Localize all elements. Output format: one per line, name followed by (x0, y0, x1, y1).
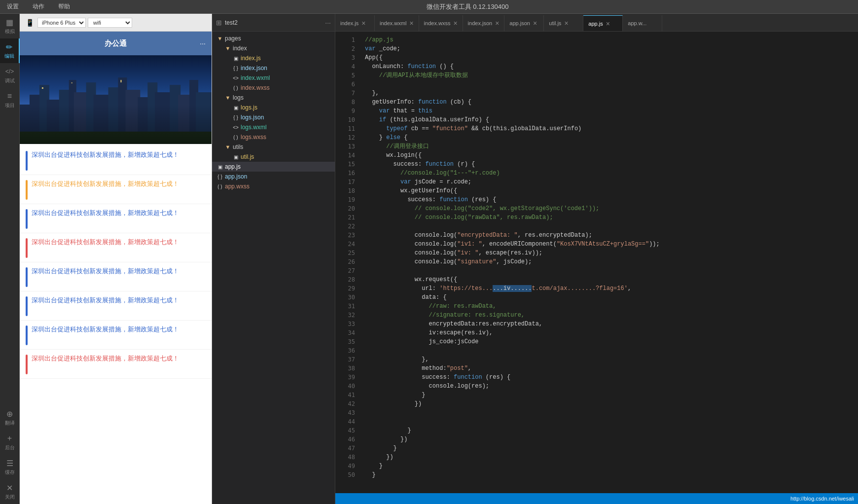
file-label: logs.json (241, 114, 264, 121)
news-item[interactable]: 深圳出台促进科技创新发展措施，新增政策超七成！ (20, 321, 212, 350)
tab-close-icon[interactable]: × (361, 19, 365, 27)
code-token: that = (390, 108, 418, 114)
news-item[interactable]: 深圳出台促进科技创新发展措施，新增政策超七成！ (20, 204, 212, 233)
sidebar-icon-translate[interactable]: ⊕ 翻译 (0, 405, 20, 430)
file-label: index (233, 45, 247, 52)
sidebar-icon-editor[interactable]: ✏ 编辑 (0, 38, 20, 63)
tab-close-icon[interactable]: × (533, 19, 537, 27)
code-token: App({ (365, 54, 383, 61)
code-token: //调用登录接口 (365, 143, 429, 150)
sim-toolbar: 📱 iPhone 6 Plus wifi (20, 14, 212, 32)
file-icon-folder: ▼ (216, 35, 224, 42)
file-tree-dots[interactable]: ··· (325, 19, 331, 27)
tab-label: app.json (509, 20, 530, 26)
news-item[interactable]: 深圳出台促进科技创新发展措施，新增政策超七成！ (20, 262, 212, 291)
file-icon-js: ▣ (232, 153, 240, 161)
line-number: 11 (335, 124, 355, 133)
sidebar-icon-close[interactable]: ✕ 关闭 (0, 479, 20, 504)
file-tree-item-logswxss[interactable]: ( )logs.wxss (212, 132, 335, 142)
sim-header-dots[interactable]: ··· (200, 39, 206, 47)
file-tree-item-pages[interactable]: ▼pages (212, 34, 335, 43)
line-number: 36 (335, 346, 355, 355)
line-number: 8 (335, 98, 355, 107)
file-label: logs (233, 94, 244, 101)
file-tree-item-index[interactable]: ▼index (212, 43, 335, 53)
sim-app-title: 办公通 (105, 39, 127, 48)
file-tree-item-appjson[interactable]: { }app.json (212, 172, 335, 181)
menu-item-help[interactable]: 帮助 (55, 1, 73, 12)
menu-item-actions[interactable]: 动作 (30, 1, 47, 12)
file-label: index.wxss (241, 84, 270, 91)
line-number: 3 (335, 53, 355, 62)
tab-label: index.wxss (424, 20, 451, 26)
news-item[interactable]: 深圳出台促进科技创新发展措施，新增政策超七成！ (20, 233, 212, 262)
code-token: function (454, 374, 482, 381)
code-line: // console.log("code2", wx.getStorageSyn… (365, 204, 852, 213)
file-tree-item-appwxss[interactable]: ( )app.wxss (212, 181, 335, 191)
code-line: }) (365, 453, 852, 462)
sidebar-icon-backstage[interactable]: + 后台 (0, 430, 20, 455)
code-line: } (365, 391, 852, 399)
menu-item-settings[interactable]: 设置 (4, 1, 22, 12)
code-line (365, 408, 852, 417)
tab-close-icon[interactable]: × (564, 19, 568, 27)
file-icon-js: ▣ (232, 54, 240, 62)
file-tree-item-indexwxml[interactable]: <>index.wxml (212, 73, 335, 83)
code-content[interactable]: 1234567891011121314151617181920212223242… (335, 32, 858, 493)
line-number: 43 (335, 408, 355, 417)
tab-close-icon[interactable]: × (453, 19, 457, 27)
file-tree-item-appjs[interactable]: ▣app.js (212, 162, 335, 172)
file-icon-json: { } (232, 113, 240, 121)
tab-indexwxss[interactable]: index.wxss× (419, 15, 463, 31)
file-tree-item-logs[interactable]: ▼logs (212, 93, 335, 103)
tab-label: app.js (588, 21, 603, 27)
file-tree-item-logsjs[interactable]: ▣logs.js (212, 103, 335, 112)
line-number: 26 (335, 257, 355, 266)
line-number: 27 (335, 266, 355, 275)
file-icon-wxss: ( ) (216, 182, 224, 190)
sidebar-icon-project[interactable]: ≡ 项目 (0, 88, 20, 112)
file-tree-item-logsjson[interactable]: { }logs.json (212, 112, 335, 122)
tab-appjs[interactable]: app.js× (583, 15, 623, 31)
file-tree-title: test2 (225, 19, 238, 26)
news-item[interactable]: 深圳出台促进科技创新发展措施，新增政策超七成！ (20, 175, 212, 204)
code-token: url: (365, 285, 439, 292)
file-tree-item-indexwxss[interactable]: ( )index.wxss (212, 83, 335, 93)
line-number: 50 (335, 470, 355, 479)
code-line: } (365, 444, 852, 453)
sidebar: ▦ 模拟 ✏ 编辑 </> 调试 ≡ 项目 ⊕ 翻译 + 后台 ☰ 缓 (0, 14, 20, 504)
code-line: console.log("signature", jsCode); (365, 257, 852, 266)
tab-indexwxml[interactable]: index.wxml× (375, 15, 419, 31)
code-line (365, 80, 852, 89)
sidebar-icon-cache[interactable]: ☰ 缓存 (0, 455, 20, 479)
tab-appw...[interactable]: app.w... (623, 15, 662, 31)
file-tree-item-indexjson[interactable]: { }index.json (212, 63, 335, 73)
tab-utiljs[interactable]: util.js× (544, 15, 583, 31)
tab-indexjson[interactable]: index.json× (463, 15, 505, 31)
file-tree-item-logswxml[interactable]: <>logs.wxml (212, 122, 335, 132)
tab-close-icon[interactable]: × (409, 19, 413, 27)
code-token: var (379, 108, 390, 114)
code-token: { (400, 134, 407, 141)
tab-appjson[interactable]: app.json× (504, 15, 544, 31)
device-select[interactable]: iPhone 6 Plus (37, 18, 86, 28)
news-item[interactable]: 深圳出台促进科技创新发展措施，新增政策超七成！ (20, 350, 212, 379)
sidebar-icon-simulator[interactable]: ▦ 模拟 (0, 14, 20, 38)
tab-indexjs[interactable]: index.js× (335, 15, 375, 31)
simulator-panel: 📱 iPhone 6 Plus wifi 办公通 ··· (20, 14, 212, 504)
code-token: , escape(res.iv)); (478, 250, 542, 256)
news-item[interactable]: 深圳出台促进科技创新发展措施，新增政策超七成！ (20, 291, 212, 321)
line-number: 17 (335, 178, 355, 186)
code-line (365, 346, 852, 355)
tab-close-icon[interactable]: × (606, 20, 610, 28)
code-lines[interactable]: //app.jsvar _code;App({ onLaunch: functi… (359, 32, 858, 493)
sidebar-icon-debug[interactable]: </> 调试 (0, 63, 20, 88)
code-token: ...iv...... (493, 285, 532, 292)
news-item[interactable]: 深圳出台促进科技创新发展措施，新增政策超七成！ (20, 146, 212, 175)
tab-close-icon[interactable]: × (495, 19, 499, 27)
network-select[interactable]: wifi (88, 18, 132, 28)
file-tree-item-utiljs[interactable]: ▣util.js (212, 152, 335, 162)
file-tree-item-utils[interactable]: ▼utils (212, 142, 335, 152)
file-tree-item-indexjs[interactable]: ▣index.js (212, 53, 335, 63)
file-label: logs.js (241, 104, 257, 111)
